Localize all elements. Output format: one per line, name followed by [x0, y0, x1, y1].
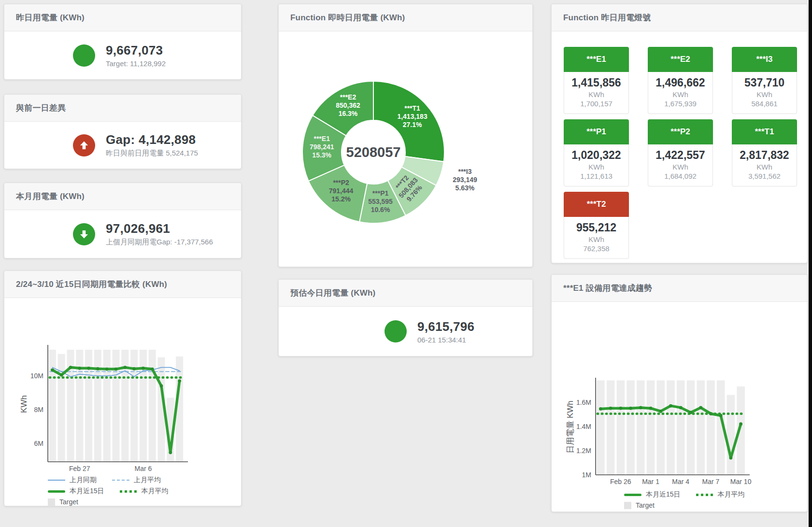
panel-today-estimate: 預估今日用電量 (KWh) 9,615,796 06-21 15:34:41: [278, 279, 533, 356]
legend-item-上月同期[interactable]: 上月同期: [48, 476, 97, 484]
x-tick-label: Feb 26: [610, 478, 631, 485]
e1-trend-chart-legend: 本月近15日本月平均Target: [552, 490, 807, 509]
series-point: [719, 414, 723, 417]
yesterday-usage-target: Target: 11,128,992: [106, 59, 166, 68]
tile-target: 1,684,092: [649, 172, 712, 180]
tile-value: 537,710: [733, 76, 796, 89]
tile-value: 955,212: [565, 221, 627, 234]
target-bar: [130, 350, 138, 462]
legend-item-本月平均[interactable]: 本月平均: [696, 490, 745, 499]
target-bar: [637, 381, 645, 475]
day-gap-value: Gap: 4,142,898: [106, 132, 198, 147]
tile-value: 1,422,557: [649, 149, 712, 162]
y-tick-label: 8M: [34, 406, 43, 413]
comparison-line-chart: 6M8M10MFeb 27Mar 6KWh: [4, 298, 241, 474]
tile-target: 3,591,562: [733, 172, 796, 180]
tile-label: ***I3: [732, 47, 797, 72]
series-point: [105, 368, 109, 371]
line-swatch-icon: [48, 490, 65, 493]
legend-row: 上月同期上月平均: [48, 476, 241, 484]
target-bar: [627, 381, 635, 475]
series-point: [78, 367, 81, 370]
series-point: [114, 368, 118, 371]
series-point: [629, 407, 632, 410]
x-tick-label: Mar 4: [672, 478, 689, 485]
legend-label: Target: [636, 501, 655, 509]
series-point: [659, 410, 662, 413]
legend-label: 上月同期: [70, 476, 97, 484]
series-point: [639, 406, 642, 409]
realtime-usage-donut-chart: ***T11,413,18327.1%***I3293,1495.63%***T…: [279, 31, 532, 268]
target-bar: [707, 381, 715, 475]
target-swatch-icon: [48, 499, 55, 506]
series-point: [739, 422, 742, 426]
donut-slice-label: ***I3293,1495.63%: [453, 168, 477, 192]
legend-item-本月近15日[interactable]: 本月近15日: [48, 487, 104, 496]
target-bar: [149, 350, 156, 462]
y-tick-label: 1.4M: [576, 423, 591, 430]
status-circle-icon: [73, 44, 95, 67]
tile-unit: KWh: [649, 90, 712, 99]
panel-title: 與前一日差異: [4, 95, 241, 122]
tile-target: 1,675,939: [649, 100, 712, 108]
target-bar: [140, 350, 147, 462]
legend-label: 本月平均: [142, 487, 169, 496]
month-usage-gap: 上個月同期用電Gap: -17,377,566: [106, 238, 213, 247]
panel-yesterday-lights: Function 昨日用電燈號 ***E11,415,856KWh1,700,1…: [551, 4, 808, 263]
x-tick-label: Mar 1: [642, 478, 659, 485]
tile-value: 1,020,322: [565, 149, 627, 162]
series-point: [60, 373, 63, 377]
legend-item-Target[interactable]: Target: [624, 501, 655, 509]
donut-center-total: 5208057: [346, 144, 401, 160]
line-swatch-icon: [696, 494, 713, 496]
tile-unit: KWh: [733, 163, 796, 171]
legend-item-Target[interactable]: Target: [48, 498, 78, 506]
target-bar: [112, 350, 119, 462]
series-point: [709, 412, 712, 415]
panel-title-text: 與前一日差異: [16, 102, 66, 114]
tile-label: ***T2: [564, 192, 629, 217]
stat-body: 9,667,073 Target: 11,128,992: [4, 31, 241, 79]
legend-item-上月平均[interactable]: 上月平均: [112, 476, 161, 484]
tile-label: ***P2: [648, 119, 713, 144]
compare-chart-svg: 6M8M10MFeb 27Mar 6KWh: [4, 298, 242, 472]
target-bar: [597, 381, 605, 475]
e1-trend-line-chart: 1M1.2M1.4M1.6MFeb 26Mar 1Mar 4Mar 7Mar 1…: [552, 302, 807, 488]
x-tick-label: Mar 10: [730, 478, 752, 485]
month-usage-value: 97,026,961: [106, 221, 213, 236]
function-tiles-grid: ***E11,415,856KWh1,700,157***E21,496,662…: [552, 31, 807, 259]
target-bar: [617, 381, 625, 475]
line-swatch-icon: [120, 490, 137, 493]
function-tile-E1: ***E11,415,856KWh1,700,157: [564, 47, 629, 114]
tile-target: 1,121,613: [565, 172, 627, 180]
y-tick-label: 1.6M: [576, 399, 591, 406]
tile-body: 2,817,832KWh3,591,562: [732, 144, 797, 186]
panel-title-text: 2/24~3/10 近15日同期用電量比較 (KWh): [16, 279, 167, 290]
tile-body: 955,212KWh762,358: [564, 217, 629, 259]
panel-e1-trend: ***E1 設備用電達成趨勢 1M1.2M1.4M1.6MFeb 26Mar 1…: [551, 274, 808, 512]
y-tick-label: 1.2M: [576, 447, 591, 455]
y-axis-title: 日用電量 KWh: [566, 400, 575, 454]
line-swatch-icon: [112, 480, 129, 481]
series-point: [669, 404, 672, 408]
y-tick-label: 10M: [30, 372, 43, 380]
tile-body: 537,710KWh584,861: [732, 72, 797, 114]
series-point: [729, 456, 733, 460]
status-circle-icon: [385, 320, 407, 342]
tile-label: ***E1: [564, 47, 629, 72]
arrow-down-icon: [73, 223, 95, 245]
series-point: [123, 366, 127, 369]
legend-row: 本月近15日本月平均: [48, 487, 241, 496]
arrow-up-icon: [73, 134, 95, 157]
target-bar: [103, 350, 111, 462]
legend-item-本月平均[interactable]: 本月平均: [120, 487, 169, 496]
tile-target: 1,700,157: [565, 100, 627, 108]
tile-label: ***P1: [564, 119, 629, 144]
legend-item-本月近15日[interactable]: 本月近15日: [624, 490, 681, 499]
target-bar: [677, 381, 685, 475]
legend-row: Target: [624, 501, 807, 509]
panel-title: 昨日用電量 (KWh): [4, 4, 241, 31]
today-estimate-timestamp: 06-21 15:34:41: [417, 336, 474, 344]
tile-value: 1,496,662: [649, 76, 712, 89]
series-point: [649, 407, 653, 410]
